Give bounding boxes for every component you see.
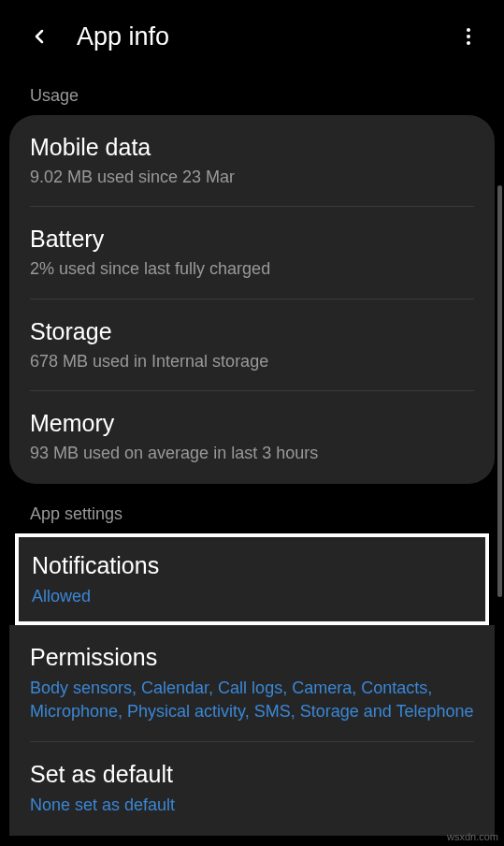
permissions-title: Permissions [30, 644, 474, 671]
battery-subtitle: 2% used since last fully charged [30, 258, 474, 280]
permissions-subtitle: Body sensors, Calendar, Call logs, Camer… [30, 677, 474, 723]
usage-card: Mobile data 9.02 MB used since 23 Mar Ba… [9, 115, 495, 484]
battery-title: Battery [30, 226, 474, 253]
app-settings-card: Permissions Body sensors, Calendar, Call… [9, 625, 495, 837]
header: App info [0, 0, 504, 73]
scrollbar[interactable] [497, 185, 502, 597]
memory-title: Memory [30, 410, 474, 437]
battery-item[interactable]: Battery 2% used since last fully charged [9, 207, 495, 299]
set-as-default-subtitle: None set as default [30, 794, 474, 817]
storage-title: Storage [30, 318, 474, 345]
page-title: App info [77, 22, 457, 51]
svg-point-1 [467, 35, 470, 38]
notifications-highlight: Notifications Allowed [15, 533, 489, 625]
watermark: wsxdn.com [447, 831, 498, 842]
more-icon[interactable] [457, 25, 480, 48]
memory-item[interactable]: Memory 93 MB used on average in last 3 h… [9, 391, 495, 483]
section-label-app-settings: App settings [0, 484, 504, 533]
storage-item[interactable]: Storage 678 MB used in Internal storage [9, 299, 495, 391]
notifications-subtitle: Allowed [32, 585, 472, 608]
set-as-default-item[interactable]: Set as default None set as default [9, 742, 495, 836]
notifications-item[interactable]: Notifications Allowed [19, 537, 485, 621]
back-icon[interactable] [28, 25, 50, 48]
memory-subtitle: 93 MB used on average in last 3 hours [30, 443, 474, 464]
section-label-usage: Usage [0, 73, 504, 115]
notifications-title: Notifications [32, 552, 472, 579]
storage-subtitle: 678 MB used in Internal storage [30, 351, 474, 372]
svg-point-0 [467, 28, 470, 32]
set-as-default-title: Set as default [30, 761, 474, 788]
mobile-data-subtitle: 9.02 MB used since 23 Mar [30, 167, 474, 188]
svg-point-2 [467, 41, 470, 45]
mobile-data-item[interactable]: Mobile data 9.02 MB used since 23 Mar [9, 115, 495, 207]
mobile-data-title: Mobile data [30, 134, 474, 161]
permissions-item[interactable]: Permissions Body sensors, Calendar, Call… [9, 625, 495, 742]
